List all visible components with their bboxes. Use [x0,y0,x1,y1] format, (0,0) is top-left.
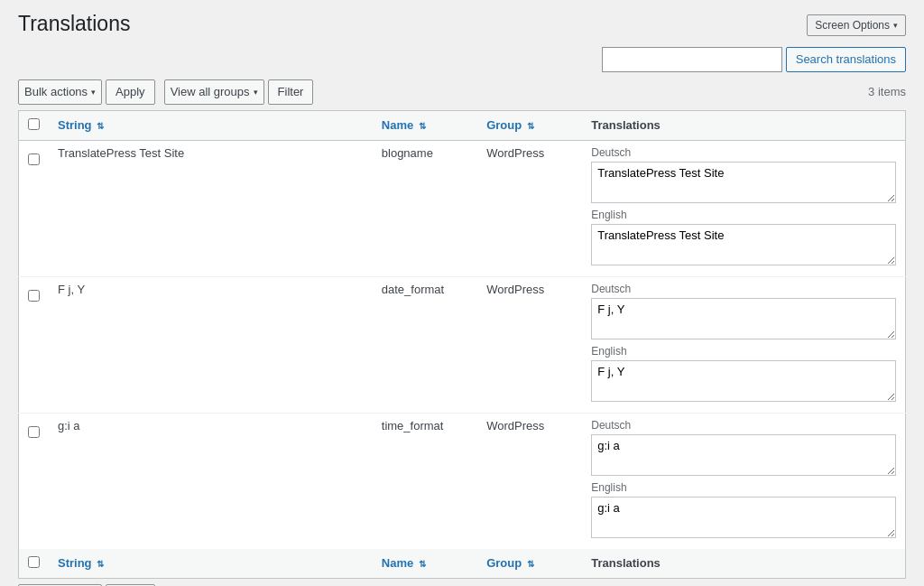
bulk-actions-chevron-icon-top: ▾ [91,88,96,97]
group-footer-sort-icon: ⇅ [527,559,534,569]
name-sort-icon: ⇅ [419,121,426,131]
filter-button[interactable]: Filter [268,79,314,105]
translation-textarea[interactable] [591,298,896,340]
search-translations-button[interactable]: Search translations [786,47,906,72]
select-all-checkbox[interactable] [28,118,40,130]
group-cell: WordPress [477,413,582,549]
select-all-footer-checkbox[interactable] [28,556,40,568]
translation-textarea[interactable] [591,434,896,476]
string-sort-icon: ⇅ [97,121,104,131]
bulk-actions-dropdown-top[interactable]: Bulk actions ▾ [18,79,102,105]
translations-column-header: Translations [582,110,905,140]
group-footer-column-header[interactable]: Group ⇅ [477,549,582,579]
translation-block: English [591,209,896,265]
group-column-header[interactable]: Group ⇅ [477,110,582,140]
table-row: F j, Ydate_formatWordPressDeutschEnglish [19,276,906,413]
select-all-footer-column [19,549,50,579]
name-cell: blogname [373,140,477,276]
select-all-column [19,110,50,140]
tablenav-top: Bulk actions ▾ Apply View all groups ▾ F… [18,79,906,105]
translations-table: String ⇅ Name ⇅ Group ⇅ Translations Tra… [18,110,906,579]
search-input[interactable] [602,47,782,72]
translation-lang-label: English [591,209,896,221]
translation-lang-label: Deutsch [591,146,896,159]
translation-block: English [591,481,896,538]
translation-block: Deutsch [591,419,896,476]
name-cell: time_format [373,413,477,549]
table-header-row: String ⇅ Name ⇅ Group ⇅ Translations [19,110,906,140]
table-row: g:i atime_formatWordPressDeutschEnglish [19,413,906,549]
name-cell: date_format [373,276,477,413]
name-column-header[interactable]: Name ⇅ [373,110,477,140]
translation-lang-label: Deutsch [591,419,896,432]
screen-options-button[interactable]: Screen Options ▾ [807,14,906,36]
view-all-groups-dropdown[interactable]: View all groups ▾ [164,79,264,105]
translation-textarea[interactable] [591,162,896,203]
group-cell: WordPress [477,276,582,413]
translation-textarea[interactable] [591,360,896,402]
translation-block: Deutsch [591,283,896,340]
screen-options-chevron-icon: ▾ [893,21,898,30]
translation-lang-label: English [591,481,896,494]
translations-footer-column-header: Translations [582,549,905,579]
translations-cell: DeutschEnglish [582,413,905,549]
apply-button-top[interactable]: Apply [106,79,155,105]
translation-lang-label: English [591,345,896,358]
string-footer-sort-icon: ⇅ [97,559,104,569]
row-checkbox-1[interactable] [28,290,40,302]
group-sort-icon: ⇅ [527,121,534,131]
string-footer-column-header[interactable]: String ⇅ [49,549,373,579]
name-footer-sort-icon: ⇅ [419,559,426,569]
row-checkbox-2[interactable] [28,426,40,438]
page-title: Translations [18,11,130,38]
translation-textarea[interactable] [591,497,896,538]
items-count-top: 3 items [868,85,906,98]
translations-cell: DeutschEnglish [582,140,905,276]
translations-cell: DeutschEnglish [582,276,905,413]
string-column-header[interactable]: String ⇅ [49,110,373,140]
view-all-groups-label: View all groups [171,85,250,98]
string-cell: F j, Y [49,276,373,413]
view-all-groups-chevron-icon: ▾ [254,88,258,97]
table-row: TranslatePress Test SiteblognameWordPres… [19,140,906,276]
translation-block: Deutsch [591,146,896,203]
translation-block: English [591,345,896,402]
string-cell: TranslatePress Test Site [49,140,373,276]
table-footer-row: String ⇅ Name ⇅ Group ⇅ Translations [19,549,906,579]
translation-lang-label: Deutsch [591,283,896,295]
row-checkbox-0[interactable] [28,153,40,165]
string-cell: g:i a [49,413,373,549]
bulk-actions-label-top: Bulk actions [24,85,88,98]
name-footer-column-header[interactable]: Name ⇅ [373,549,477,579]
group-cell: WordPress [477,140,582,276]
translation-textarea[interactable] [591,224,896,265]
